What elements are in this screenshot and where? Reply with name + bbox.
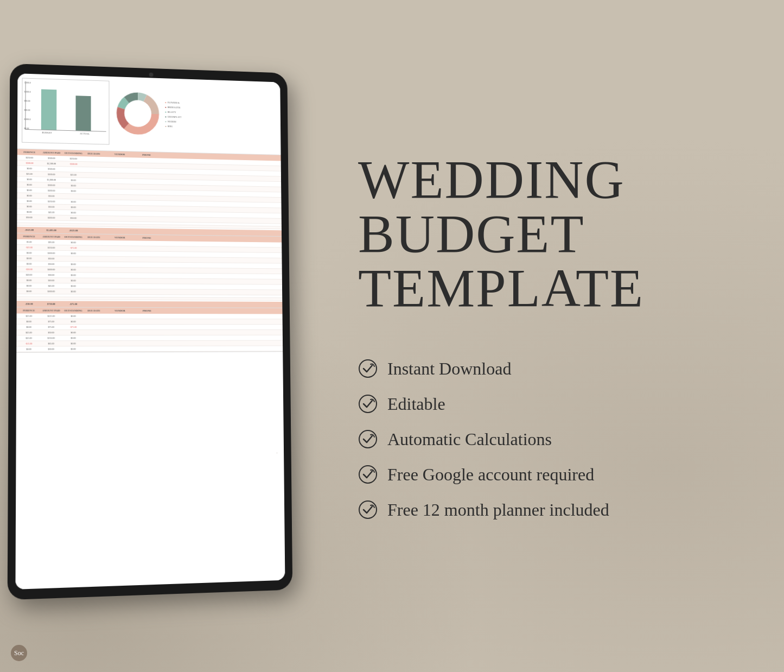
header-amount-2: AMOUNT PAID [40,235,62,238]
tablet-screen: 5,000.0 0,000.0 000.00 000.00 0,000.0 $0… [15,73,285,589]
header-vendor-3: VENDOR [104,309,136,312]
donut-label-beauty: ■BEAUTY [165,111,181,114]
title-line3: TEMPLATE [358,258,644,318]
header-ference-2: FERENCE [18,235,40,238]
check-icon-instant-download [358,359,378,378]
table-row [17,297,283,301]
bar-budget [41,89,57,130]
header-vendor-1: VENDOR [104,153,136,156]
tablet-section: 5,000.0 0,000.0 000.00 000.00 0,000.0 $0… [11,65,315,607]
bar-actual [76,96,91,131]
social-label: Soc [14,649,24,657]
feature-item-auto-calc: Automatic Calculations [358,429,741,449]
table-section-3: FERENCE AMOUNT PAID OUTSTANDING DUE DATE… [16,307,283,352]
table-header-row-3: FERENCE AMOUNT PAID OUTSTANDING DUE DATE… [17,307,283,314]
y-label-5: 0,000.0 [24,118,30,121]
donut-chart-container: ■FLOWERS & ■BRIDESATTR ■BEAUTY ■GROOM'S … [113,81,209,147]
header-amount-1: AMOUNT PAID [41,151,63,154]
tablet-device: 5,000.0 0,000.0 000.00 000.00 0,000.0 $0… [8,64,293,600]
header-amount-3: AMOUNT PAID [40,309,62,312]
charts-area: 5,000.0 0,000.0 000.00 000.00 0,000.0 $0… [17,73,281,155]
bar-chart: 5,000.0 0,000.0 000.00 000.00 0,000.0 $0… [22,78,110,144]
table-row: $0.00 $75.00 -$75.00 [16,325,282,330]
svg-point-8 [359,395,377,413]
header-phone-2: PHONE [136,237,158,239]
feature-text-auto-calc: Automatic Calculations [387,429,552,449]
features-list: Instant Download Editable [358,359,741,520]
feature-text-planner: Free 12 month planner included [387,500,609,520]
title-line1: WEDDING [358,149,625,210]
feature-item-instant-download: Instant Download [358,359,741,379]
page-container: 5,000.0 0,000.0 000.00 000.00 0,000.0 $0… [0,0,784,672]
budget-label: BUDGET [42,131,52,134]
header-ference-3: FERENCE [18,309,40,312]
y-label-4: 000.00 [24,109,30,111]
spreadsheet-content: 5,000.0 0,000.0 000.00 000.00 0,000.0 $0… [15,73,285,589]
check-icon-google-account [358,465,378,484]
header-outstanding-2: OUTSTANDING [62,236,85,238]
y-label-1: 5,000.0 [24,81,31,84]
table-row: $0.00 $30.00 $0.00 [16,346,283,352]
donut-label-grooms: ■GROOM'S ATT [165,115,181,118]
feature-text-editable: Editable [387,394,445,414]
table-section-1: FERENCE AMOUNT PAID OUTSTANDING DUE DATE… [17,149,282,237]
tablet-camera [149,73,154,77]
feature-item-editable: Editable [358,394,741,414]
check-icon-auto-calc [358,429,378,449]
donut-label-flowers: ■FLOWERS & [165,101,181,104]
check-icon-editable [358,394,378,414]
header-phone-3: PHONE [136,309,158,312]
header-outstanding-1: OUTSTANDING [62,151,84,155]
table-row: $0.00 $75.00 $0.00 [17,319,283,325]
table-row: $25.00 $225.00 $0.00 [17,314,283,320]
donut-label-wedding: ■WEDDIN [165,120,181,123]
table-row: $25.00 $50.00 $0.00 [16,330,282,335]
actual-label: ACTUAL [80,132,90,135]
header-phone-1: PHONE [136,154,157,157]
y-label-2: 0,000.0 [24,90,31,93]
header-due-2: DUE DATE [84,236,103,238]
feature-text-google-account: Free Google account required [387,465,594,485]
table-total-row-2: -$50.00 $730.00 -$75.00 [17,301,283,308]
donut-label-bridesattire: ■BRIDESATTR [165,106,181,109]
social-icon-1[interactable]: Soc [11,645,27,661]
title-line2: BUDGET [358,204,585,264]
y-axis-labels: 5,000.0 0,000.0 000.00 000.00 0,000.0 $0… [24,81,31,130]
donut-svg [113,89,162,138]
social-section: Soc [11,645,27,661]
product-title: WEDDING BUDGET TEMPLATE [358,153,741,315]
svg-point-9 [359,430,377,448]
check-icon-planner [358,500,378,519]
header-vendor-2: VENDOR [104,236,136,239]
svg-point-11 [359,501,377,518]
donut-labels: ■FLOWERS & ■BRIDESATTR ■BEAUTY ■GROOM'S … [165,101,181,128]
header-outstanding-3: OUTSTANDING [62,309,85,312]
right-section: WEDDING BUDGET TEMPLATE Instant Download [315,33,741,639]
header-due-1: DUE DATE [85,152,104,155]
feature-item-planner: Free 12 month planner included [358,500,741,520]
y-label-6: $0.00 [24,127,30,130]
feature-text-instant-download: Instant Download [387,359,511,379]
svg-point-7 [359,360,377,377]
header-ference-1: FERENCE [18,150,41,154]
y-label-3: 000.00 [24,99,30,102]
table-section-2: FERENCE AMOUNT PAID OUTSTANDING DUE DATE… [17,233,283,308]
bar-chart-inner [25,81,106,132]
header-due-3: DUE DATE [84,309,103,312]
donut-label-rings: ■RING [165,125,181,128]
svg-point-10 [359,466,377,483]
feature-item-google-account: Free Google account required [358,465,741,485]
